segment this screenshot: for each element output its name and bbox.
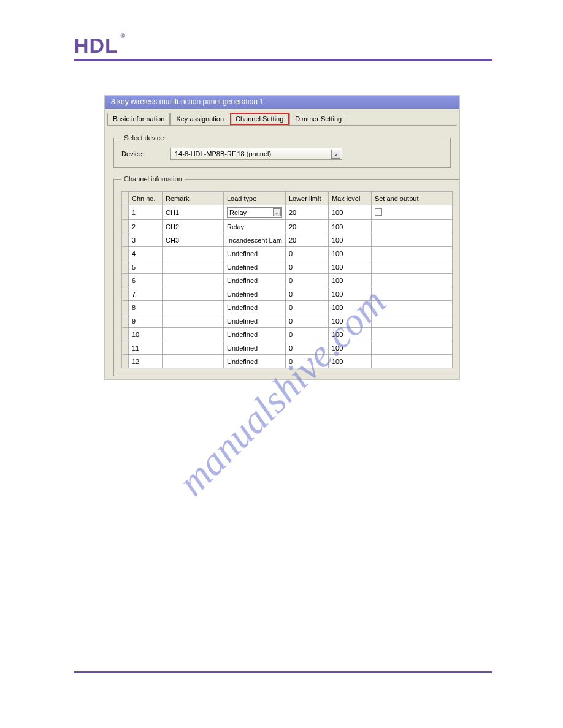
cell-lower[interactable]: 0 xyxy=(285,328,328,341)
cell-remark[interactable] xyxy=(163,328,224,341)
cell-set[interactable] xyxy=(371,287,452,301)
cell-load[interactable]: Undefined xyxy=(224,314,286,328)
cell-set[interactable] xyxy=(371,301,452,314)
cell-max[interactable]: 100 xyxy=(328,260,371,274)
cell-lower[interactable]: 0 xyxy=(285,247,328,260)
tab-basic-information[interactable]: Basic information xyxy=(107,113,170,125)
table-row[interactable]: 6Undefined0100 xyxy=(122,274,453,287)
channel-info-legend: Channel infomation xyxy=(121,175,185,183)
cell-chn[interactable]: 5 xyxy=(129,260,163,274)
brand-logo: HDL ® xyxy=(74,34,118,58)
cell-max[interactable]: 100 xyxy=(328,287,371,301)
cell-remark[interactable] xyxy=(163,260,224,274)
cell-lower[interactable]: 20 xyxy=(285,233,328,247)
cell-lower[interactable]: 0 xyxy=(285,301,328,314)
cell-load[interactable]: Undefined xyxy=(224,274,286,287)
cell-chn[interactable]: 10 xyxy=(129,328,163,341)
cell-remark[interactable] xyxy=(163,314,224,328)
table-row[interactable]: 11Undefined0100 xyxy=(122,341,453,355)
cell-load[interactable]: Incandescent Lam xyxy=(224,233,286,247)
cell-set[interactable] xyxy=(371,233,452,247)
table-row[interactable]: 5Undefined0100 xyxy=(122,260,453,274)
row-handle xyxy=(122,274,129,287)
cell-set[interactable] xyxy=(371,247,452,260)
cell-chn[interactable]: 9 xyxy=(129,314,163,328)
cell-max[interactable]: 100 xyxy=(328,314,371,328)
cell-remark[interactable] xyxy=(163,287,224,301)
cell-lower[interactable]: 0 xyxy=(285,355,328,368)
table-row[interactable]: 1CH1Relay⌄20100 xyxy=(122,205,453,220)
tab-key-assignation[interactable]: Key assignation xyxy=(170,113,229,125)
tab-label: Basic information xyxy=(113,115,164,123)
cell-max[interactable]: 100 xyxy=(328,233,371,247)
table-row[interactable]: 9Undefined0100 xyxy=(122,314,453,328)
cell-chn[interactable]: 8 xyxy=(129,301,163,314)
cell-remark[interactable] xyxy=(163,247,224,260)
cell-chn[interactable]: 1 xyxy=(129,205,163,220)
cell-lower[interactable]: 0 xyxy=(285,274,328,287)
cell-load[interactable]: Undefined xyxy=(224,247,286,260)
channel-info-group: Channel infomation Chn no. Remark Load t… xyxy=(113,175,460,376)
col-max-header: Max level xyxy=(328,192,371,205)
cell-load[interactable]: Undefined xyxy=(224,355,286,368)
cell-chn[interactable]: 4 xyxy=(129,247,163,260)
table-row[interactable]: 7Undefined0100 xyxy=(122,287,453,301)
cell-load[interactable]: Relay xyxy=(224,220,286,233)
load-type-select[interactable]: Relay⌄ xyxy=(227,207,282,218)
cell-lower[interactable]: 0 xyxy=(285,260,328,274)
cell-load[interactable]: Undefined xyxy=(224,260,286,274)
cell-set[interactable] xyxy=(371,220,452,233)
cell-chn[interactable]: 12 xyxy=(129,355,163,368)
cell-chn[interactable]: 7 xyxy=(129,287,163,301)
cell-max[interactable]: 100 xyxy=(328,355,371,368)
cell-load[interactable]: Undefined xyxy=(224,328,286,341)
table-row[interactable]: 8Undefined0100 xyxy=(122,301,453,314)
cell-set[interactable] xyxy=(371,274,452,287)
cell-max[interactable]: 100 xyxy=(328,274,371,287)
table-row[interactable]: 10Undefined0100 xyxy=(122,328,453,341)
cell-lower[interactable]: 0 xyxy=(285,314,328,328)
table-row[interactable]: 3CH3Incandescent Lam20100 xyxy=(122,233,453,247)
col-handle-header xyxy=(122,192,129,205)
cell-chn[interactable]: 6 xyxy=(129,274,163,287)
table-row[interactable]: 12Undefined0100 xyxy=(122,355,453,368)
select-device-legend: Select device xyxy=(121,134,166,142)
cell-remark[interactable]: CH2 xyxy=(163,220,224,233)
cell-set[interactable] xyxy=(371,341,452,355)
cell-set[interactable] xyxy=(371,314,452,328)
cell-max[interactable]: 100 xyxy=(328,341,371,355)
table-row[interactable]: 2CH2Relay20100 xyxy=(122,220,453,233)
cell-chn[interactable]: 3 xyxy=(129,233,163,247)
cell-set[interactable] xyxy=(371,205,452,220)
cell-chn[interactable]: 2 xyxy=(129,220,163,233)
cell-load[interactable]: Undefined xyxy=(224,341,286,355)
cell-remark[interactable] xyxy=(163,341,224,355)
table-row[interactable]: 4Undefined0100 xyxy=(122,247,453,260)
cell-load[interactable]: Undefined xyxy=(224,287,286,301)
cell-load[interactable]: Undefined xyxy=(224,301,286,314)
cell-remark[interactable] xyxy=(163,301,224,314)
cell-max[interactable]: 100 xyxy=(328,247,371,260)
cell-set[interactable] xyxy=(371,328,452,341)
cell-lower[interactable]: 20 xyxy=(285,205,328,220)
cell-remark[interactable]: CH3 xyxy=(163,233,224,247)
cell-max[interactable]: 100 xyxy=(328,205,371,220)
cell-max[interactable]: 100 xyxy=(328,301,371,314)
cell-max[interactable]: 100 xyxy=(328,328,371,341)
cell-load[interactable]: Relay⌄ xyxy=(224,205,286,220)
cell-set[interactable] xyxy=(371,260,452,274)
tab-channel-setting[interactable]: Channel Setting xyxy=(230,113,289,125)
set-output-checkbox[interactable] xyxy=(375,208,382,216)
cell-chn[interactable]: 11 xyxy=(129,341,163,355)
cell-set[interactable] xyxy=(371,355,452,368)
cell-remark[interactable] xyxy=(163,355,224,368)
cell-remark[interactable] xyxy=(163,274,224,287)
cell-remark[interactable]: CH1 xyxy=(163,205,224,220)
tab-strip: Basic information Key assignation Channe… xyxy=(107,113,457,125)
cell-lower[interactable]: 0 xyxy=(285,341,328,355)
device-select[interactable]: 14-8-HDL-MP8B-RF.18 (pannel) ⌄ xyxy=(170,148,342,160)
cell-lower[interactable]: 20 xyxy=(285,220,328,233)
tab-dimmer-setting[interactable]: Dimmer Setting xyxy=(289,113,347,125)
cell-lower[interactable]: 0 xyxy=(285,287,328,301)
cell-max[interactable]: 100 xyxy=(328,220,371,233)
